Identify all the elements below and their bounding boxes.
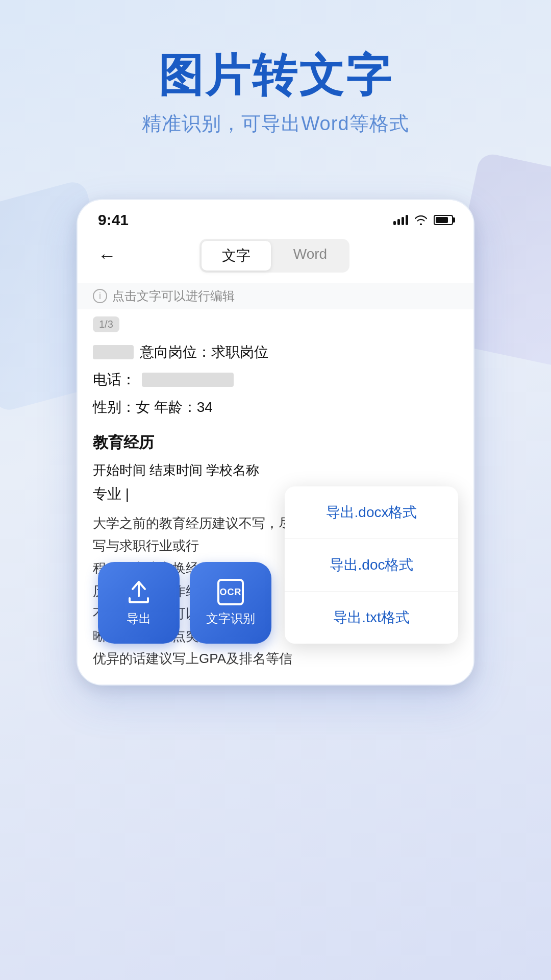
doc-section-education: 教育经历: [93, 432, 458, 453]
doc-row-position[interactable]: 意向岗位：求职岗位: [93, 342, 458, 362]
doc-table-header: 开始时间 结束时间 学校名称: [93, 461, 458, 479]
battery-icon: [434, 215, 453, 225]
ocr-label: 文字识别: [206, 610, 255, 627]
tab-word[interactable]: Word: [273, 241, 347, 271]
status-time: 9:41: [98, 211, 129, 229]
floating-buttons: 导出 OCR 文字识别: [98, 562, 271, 644]
doc-content: 意向岗位：求职岗位 电话： 性别：女 年龄：34 教育经历 开始时间 结束时间 …: [78, 337, 473, 684]
signal-icon: [393, 215, 408, 225]
export-txt-option[interactable]: 导出.txt格式: [285, 592, 458, 644]
para-line-7: 优异的话建议写上GPA及排名等信: [93, 647, 458, 670]
ocr-button[interactable]: OCR 文字识别: [190, 562, 271, 644]
export-label: 导出: [127, 610, 151, 627]
export-doc-option[interactable]: 导出.doc格式: [285, 539, 458, 592]
export-button[interactable]: 导出: [98, 562, 180, 644]
export-docx-option[interactable]: 导出.docx格式: [285, 486, 458, 539]
hero-subtitle: 精准识别，可导出Word等格式: [0, 111, 551, 137]
ocr-icon: OCR: [217, 579, 244, 605]
hero-title: 图片转文字: [0, 51, 551, 101]
back-button[interactable]: ←: [93, 242, 121, 269]
tab-wenzi[interactable]: 文字: [202, 241, 271, 271]
app-navbar: ← 文字 Word: [78, 234, 473, 283]
page-indicator: 1/3: [93, 316, 119, 332]
hint-bar: i 点击文字可以进行编辑: [78, 283, 473, 309]
blurred-phone: [142, 373, 234, 387]
info-icon: i: [93, 289, 107, 303]
phone-mockup: 9:41 ← 文字 Word i 点击文字可以进行编辑 1/3: [77, 199, 474, 685]
doc-row-gender[interactable]: 性别：女 年龄：34: [93, 398, 458, 417]
export-menu: 导出.docx格式 导出.doc格式 导出.txt格式: [285, 486, 458, 644]
doc-row-phone[interactable]: 电话：: [93, 370, 458, 389]
wifi-icon: [414, 215, 428, 225]
tab-group: 文字 Word: [199, 239, 349, 273]
hero-section: 图片转文字 精准识别，可导出Word等格式: [0, 0, 551, 157]
hint-text: 点击文字可以进行编辑: [112, 288, 235, 304]
blurred-photo: [93, 345, 134, 359]
status-bar: 9:41: [78, 200, 473, 234]
status-icons: [393, 215, 453, 225]
export-icon: [126, 579, 152, 605]
